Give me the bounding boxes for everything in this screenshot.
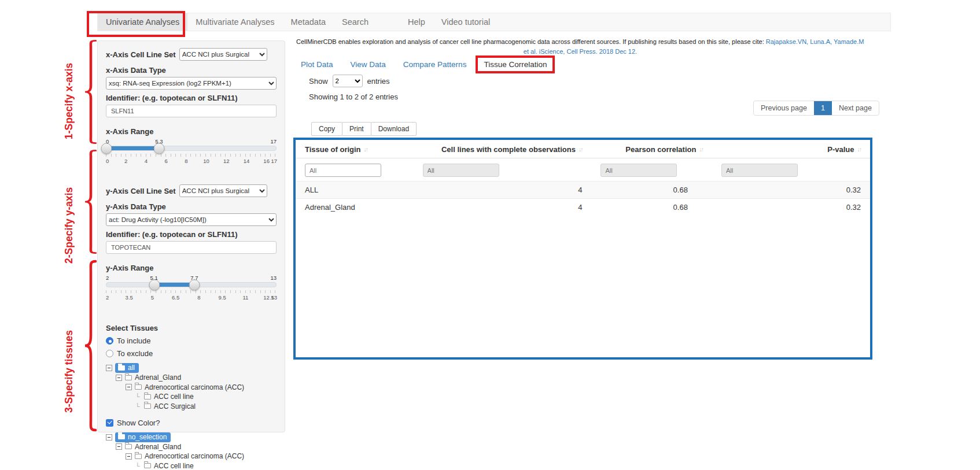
sort-icon[interactable]: ↓↑: [579, 146, 583, 153]
tree-expander-icon[interactable]: [106, 365, 112, 371]
slider-tick-label: 6: [164, 158, 167, 164]
y-axis-cell-line-set-select[interactable]: ACC NCI plus Surgical: [179, 184, 267, 197]
citation-link-journal[interactable]: et al. iScience, Cell Press. 2018 Dec 12…: [524, 48, 637, 55]
filter-input-cell-lines-with-complete-observations[interactable]: [423, 164, 499, 177]
tree-expander-icon[interactable]: [116, 443, 122, 450]
tree-node-all[interactable]: all: [106, 364, 277, 373]
column-header-tissue-of-origin[interactable]: Tissue of origin↓↑: [296, 140, 414, 158]
export-download-button[interactable]: Download: [371, 122, 417, 136]
column-header-label: P-value: [827, 145, 854, 154]
slider-tick-marks: [106, 290, 277, 293]
tree-expander-icon[interactable]: [126, 453, 132, 460]
tree-node-adrenal-gland[interactable]: Adrenal_Gland: [106, 373, 277, 383]
navbar: Univariate AnalysesMultivariate Analyses…: [97, 13, 891, 31]
results-table: Tissue of origin↓↑Cell lines with comple…: [296, 140, 870, 216]
nav-item-metadata[interactable]: Metadata: [283, 13, 334, 31]
slider-track[interactable]: [106, 146, 277, 151]
slider-handle[interactable]: [189, 279, 200, 290]
slider-tick-label: 10: [203, 158, 209, 164]
tree-node-label: Adrenal_Gland: [135, 373, 181, 382]
tree-node-label: Adrenocortical carcinoma (ACC): [145, 383, 244, 391]
slider-tick-label: 12: [223, 158, 230, 164]
cell-cell_lines: 4: [414, 199, 592, 216]
sort-icon[interactable]: ↓↑: [857, 146, 861, 153]
tab-view-data[interactable]: View Data: [346, 59, 390, 70]
x-axis-range-slider[interactable]: 05.317024681012141617: [106, 138, 277, 165]
slider-track[interactable]: [106, 282, 277, 287]
y-axis-identifier-input[interactable]: [106, 241, 277, 254]
folder-icon: [125, 444, 132, 449]
column-header-label: Pearson correlation: [625, 145, 696, 154]
filter-input-p-value[interactable]: [721, 164, 798, 177]
radio-to-include-label: To include: [117, 336, 151, 345]
x-axis-identifier-input[interactable]: [106, 105, 277, 117]
tab-plot-data[interactable]: Plot Data: [296, 59, 338, 70]
nav-item-help[interactable]: Help: [400, 13, 433, 31]
radio-to-exclude[interactable]: [106, 350, 113, 357]
show-color-checkbox[interactable]: [106, 419, 113, 427]
slider-tick-label: 5: [151, 294, 154, 301]
annotation-brace-2: [83, 149, 97, 254]
nav-item-multivariate-analyses[interactable]: Multivariate Analyses: [187, 13, 282, 31]
nav-item-video-tutorial[interactable]: Video tutorial: [433, 13, 498, 31]
filter-input-pearson-correlation[interactable]: [600, 164, 677, 177]
nav-item-search[interactable]: Search: [334, 13, 377, 31]
folder-icon: [144, 463, 151, 468]
y-axis-cell-line-set-label: y-Axis Cell Line Set: [106, 187, 176, 195]
tab-compare-patterns[interactable]: Compare Patterns: [399, 59, 471, 70]
slider-handle[interactable]: [154, 143, 165, 154]
folder-icon: [144, 404, 151, 409]
tree-node-no-selection[interactable]: no_selection: [106, 433, 277, 442]
nav-item-univariate-analyses[interactable]: Univariate Analyses: [98, 13, 187, 31]
slider-tick-labels: 024681012141617: [106, 158, 277, 165]
tree-node-acc-cell-line[interactable]: └ACC cell line: [106, 393, 277, 402]
annotation-step1-label: 1-Specify x-axis: [59, 52, 79, 150]
x-axis-cell-line-set-select[interactable]: ACC NCI plus Surgical: [179, 48, 267, 61]
export-print-button[interactable]: Print: [342, 122, 371, 136]
tree-expander-icon[interactable]: [126, 384, 132, 390]
citation-link-authors[interactable]: Rajapakse.VN, Luna.A, Yamade.M: [766, 38, 864, 45]
y-axis-range-label: y-Axis Range: [106, 264, 277, 272]
result-tabs: Plot DataView DataCompare PatternsTissue…: [296, 59, 551, 70]
tree-expander-icon[interactable]: [106, 434, 112, 441]
y-axis-data-type-select[interactable]: act: Drug Activity (-log10[IC50M]): [106, 213, 277, 226]
filter-input-tissue-of-origin[interactable]: [305, 164, 381, 177]
table-info: Showing 1 to 2 of 2 entries: [309, 92, 398, 101]
x-axis-data-type-select[interactable]: xsq: RNA-seq Expression (log2 FPKM+1): [106, 77, 277, 90]
sort-icon[interactable]: ↓↑: [699, 146, 703, 153]
tree-node-adrenal-gland[interactable]: Adrenal_Gland: [106, 442, 277, 452]
nav-items: Univariate AnalysesMultivariate Analyses…: [98, 13, 890, 31]
tree-node-acc-surgical[interactable]: └ACC Surgical: [106, 402, 277, 411]
tree-node-acc-cell-line[interactable]: └ACC cell line: [106, 461, 277, 470]
tree-node-label: ACC Surgical: [154, 402, 196, 410]
column-header-p-value[interactable]: P-value↓↑: [712, 140, 870, 158]
export-copy-button[interactable]: Copy: [311, 122, 342, 136]
slider-value-labels: 05.317: [106, 138, 277, 146]
radio-to-include[interactable]: [106, 337, 113, 345]
tree-expander-icon[interactable]: [116, 375, 122, 381]
table-row: Adrenal_Gland40.680.32: [296, 199, 870, 216]
annotation-step2-label: 2-Specify y-axis: [59, 173, 79, 277]
column-header-pearson-correlation[interactable]: Pearson correlation↓↑: [591, 140, 712, 158]
slider-tick-label: 6.5: [172, 294, 179, 301]
tree-node-label: Adrenal_Gland: [135, 443, 181, 451]
entries-select[interactable]: 2: [333, 75, 363, 87]
filter-cell-pearson-correlation: [591, 158, 712, 182]
slider-tick-labels: 23.556.589.51112.513: [106, 294, 277, 301]
tree-node-adrenocortical-carcinoma-acc[interactable]: Adrenocortical carcinoma (ACC): [106, 452, 277, 461]
pagination-next-button[interactable]: Next page: [832, 101, 879, 115]
slider-tick-label: 2: [106, 294, 109, 301]
slider-handle[interactable]: [149, 279, 160, 290]
sort-icon[interactable]: ↓↑: [364, 146, 368, 153]
pagination-current-page[interactable]: 1: [814, 101, 832, 115]
cell-pearson: 0.68: [591, 199, 712, 216]
column-header-cell-lines-with-complete-observations[interactable]: Cell lines with complete observations↓↑: [414, 140, 592, 158]
pagination-previous-button[interactable]: Previous page: [754, 101, 814, 115]
tree-node-adrenocortical-carcinoma-acc[interactable]: Adrenocortical carcinoma (ACC): [106, 383, 277, 392]
tab-tissue-correlation[interactable]: Tissue Correlation: [479, 59, 551, 70]
filter-cell-cell-lines-with-complete-observations: [414, 158, 592, 182]
slider-handle[interactable]: [101, 143, 112, 154]
slider-tick-label: 13: [271, 294, 277, 301]
y-axis-range-slider[interactable]: 25.17.71323.556.589.51112.513: [106, 275, 277, 301]
tissue-tree-include: allAdrenal_GlandAdrenocortical carcinoma…: [106, 364, 277, 411]
